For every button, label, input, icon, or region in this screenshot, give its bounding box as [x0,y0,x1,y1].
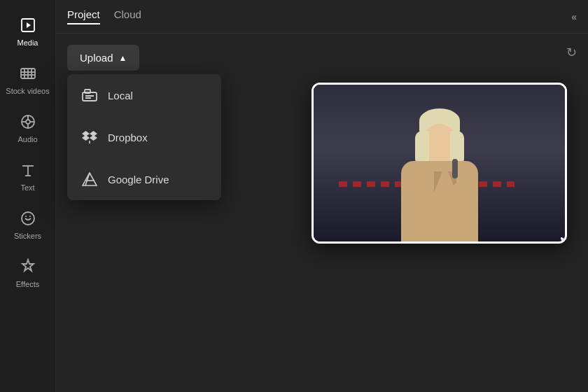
upload-dropdown: Local Dropbox [67,74,221,200]
sidebar: Media Stock videos Aud [0,0,56,392]
refresh-button[interactable]: ↻ [566,45,577,60]
sidebar-item-text-label: Text [20,183,34,192]
sidebar-item-effects[interactable]: Effects [0,248,55,297]
stickers-icon [18,209,38,228]
dropbox-icon [81,129,98,146]
sidebar-item-text[interactable]: Text [0,152,55,200]
tabs-row: Project Cloud « [56,0,588,34]
svg-point-9 [26,120,30,124]
sidebar-item-stock-videos-label: Stock videos [6,87,49,95]
dropdown-item-google-drive[interactable]: Google Drive [67,158,221,200]
svg-point-19 [29,216,31,217]
svg-marker-26 [82,135,90,141]
dropdown-item-dropbox-label: Dropbox [108,132,148,144]
main-content: Project Cloud « Upload ▲ ↻ [56,0,588,392]
svg-marker-29 [83,173,97,186]
stock-videos-icon [18,64,38,83]
sidebar-item-effects-label: Effects [16,280,39,288]
sidebar-item-stickers-label: Stickers [14,232,41,240]
dropdown-item-local[interactable]: Local [67,74,221,116]
sidebar-item-media-label: Media [18,38,38,47]
upload-button[interactable]: Upload ▲ [67,45,139,71]
local-icon [81,87,98,104]
text-icon [18,160,38,180]
dropdown-item-local-label: Local [108,90,133,102]
collapse-button[interactable]: « [571,11,577,22]
chevron-up-icon: ▲ [119,53,127,63]
tab-project[interactable]: Project [67,8,100,24]
sidebar-item-audio-label: Audio [18,135,37,144]
svg-point-18 [25,216,27,217]
preview-image [314,85,565,241]
preview-container [312,83,567,244]
sidebar-item-media[interactable]: Media [0,7,55,55]
content-area: Upload ▲ ↻ Local [56,34,588,392]
dropdown-item-dropbox[interactable]: Dropbox [67,116,221,158]
sidebar-item-stickers[interactable]: Stickers [0,200,55,248]
svg-marker-27 [90,135,97,141]
upload-button-label: Upload [80,52,113,64]
media-icon [18,15,38,35]
google-drive-icon [81,171,98,188]
tab-cloud[interactable]: Cloud [114,8,141,24]
svg-marker-1 [27,22,31,28]
effects-icon [18,257,38,276]
svg-marker-32 [561,238,567,244]
sidebar-item-stock-videos[interactable]: Stock videos [0,55,55,104]
svg-point-17 [22,212,34,225]
sidebar-item-audio[interactable]: Audio [0,104,55,152]
svg-rect-21 [85,90,90,93]
dropdown-item-google-drive-label: Google Drive [108,174,169,186]
audio-icon [18,112,38,132]
